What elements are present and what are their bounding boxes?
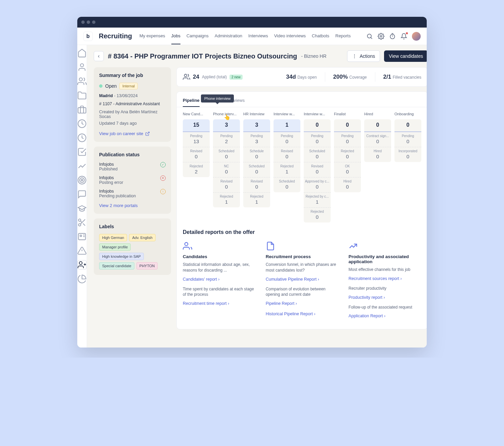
labels-card: Labels High GermanAdv. EnglishManager pr… [94,218,171,275]
job-status: Open [105,83,117,89]
pie-icon[interactable] [77,274,87,284]
more-portals-link[interactable]: View 2 more portals [99,203,138,208]
folder-icon[interactable] [77,91,87,100]
clock-icon[interactable] [77,133,87,143]
svg-point-6 [80,64,83,67]
bell-icon[interactable] [401,33,407,40]
report-desc: Most effective channels for this job [348,267,421,273]
summary-title: Summary of the job [99,73,166,78]
traffic-light-dot [92,21,95,24]
column-total[interactable]: 3 [213,119,240,132]
column-header: Interview w... [304,112,331,117]
column-total[interactable]: 0 [394,119,421,132]
user-icon[interactable] [77,63,87,72]
label-chip[interactable]: High German [99,234,127,241]
back-button[interactable]: ‹ [94,51,104,61]
report-link[interactable]: Productivity report › [348,295,385,300]
report-link[interactable]: Cumulative Pipeline Report › [266,277,319,282]
pipeline-column: Finalist0Pending0Rejected0OK0Hired0 [334,112,361,222]
portal-name: Infojobs [99,189,136,194]
nav-item-interviews[interactable]: Interviews [248,28,268,44]
column-total[interactable]: 1 [274,119,300,132]
report-link[interactable]: Pipeline Report › [266,301,297,306]
applied-label: Applied (total) [202,75,227,79]
alert-icon[interactable] [77,246,87,255]
nav-item-video-interviews[interactable]: Video interviews [274,28,306,44]
career-site-link[interactable]: View job on career site [99,131,150,136]
status-err-icon: ✕ [160,175,166,181]
timer-icon[interactable] [389,33,396,40]
id-icon[interactable] [77,232,87,241]
report-link[interactable]: Recruitment time report › [183,301,229,306]
created-by: Created by Ana Belén Martínez Socas [99,110,166,119]
label-chip[interactable]: Manager profile [99,243,131,251]
publication-card: Publication status InfojobsPublished✓Inf… [94,147,171,214]
tab-pipeline[interactable]: Pipeline [183,96,200,107]
brand-logo: b [83,32,93,41]
users-icon[interactable] [77,77,87,86]
stats-bar: 24 Applied (total) 2 new 34d Days open 2… [176,67,427,87]
portal-status: Pending publication [99,194,136,198]
report-icon [266,241,275,251]
report-icon [348,241,358,251]
nav-item-reports[interactable]: Reports [335,28,351,44]
chart-icon[interactable] [77,161,87,171]
check-square-icon[interactable] [77,147,87,157]
portal-status: Posting error [99,180,123,185]
avatar[interactable] [412,32,421,41]
report-link[interactable]: Historical Pipeline Report › [266,312,316,316]
column-total[interactable]: 0 [334,119,361,132]
pipeline-column: Interview w...0Pending0Scheduled0Revised… [304,112,331,222]
user-plus-icon[interactable] [77,260,87,270]
gear-icon[interactable] [378,33,384,40]
nav-item-campaigns[interactable]: Campaigns [186,28,209,44]
portal-name: Infojobs [99,175,123,180]
report-desc: Statistical information about age, sex, … [183,262,256,273]
pipeline-column: Phone interv...3Pending2Scheduled0NC0Rev… [213,112,240,222]
view-candidates-button[interactable]: View candidates [384,50,427,62]
svg-point-2 [380,35,382,37]
nav-item-administration[interactable]: Administration [215,28,242,44]
label-chip[interactable]: Adv. English [129,234,155,241]
pipeline-column: Hired0Contract sign...0Hired0 [364,112,391,222]
graduation-icon[interactable] [77,204,87,213]
column-header: Phone interv... [213,112,240,117]
report-col-title: Productivity and associated application [348,254,421,264]
report-col-title: Candidates [183,254,256,259]
pipeline-card: Phone interview PipelineDetailsInterview… [176,91,427,329]
report-desc: Time spent by candidates at each stage o… [183,286,256,298]
nav-item-chatbots[interactable]: Chatbots [312,28,329,44]
report-link[interactable]: Application Report › [348,314,385,318]
label-chip[interactable]: High knowledge in SAP [99,253,144,260]
reports-title: Detailed reports on the offer [183,229,421,235]
pipeline-column: Onboarding0Pending0Incorporated0 [394,112,421,222]
people-icon [183,73,190,81]
traffic-light-dot [87,21,90,24]
column-header: HR Interview [243,112,270,117]
reference-job: # 1107 - Administrative Assistant [99,102,166,106]
label-chip[interactable]: PHYTON [136,262,158,270]
status-pend-icon: ! [160,189,166,194]
home-icon[interactable] [77,48,87,58]
pipeline-column: Interview w...1Pending0Revised0Rejected1… [274,112,300,222]
target-icon[interactable] [77,175,87,185]
message-icon[interactable] [77,190,87,199]
clock-icon[interactable] [77,119,87,128]
new-badge: 2 new [229,75,243,80]
report-link[interactable]: Recruitment sources report › [348,276,402,281]
nav-item-my-expenses[interactable]: My expenses [139,28,165,44]
svg-point-20 [80,235,82,237]
label-chip[interactable]: Special candidate [99,262,134,270]
column-total[interactable]: 3 [243,119,270,132]
pipeline-column: New Cand...15Pending13Revised0Rejected2 [183,112,210,222]
nav-item-jobs[interactable]: Jobs [171,28,180,44]
column-total[interactable]: 15 [183,119,210,132]
column-total[interactable]: 0 [364,119,391,132]
briefcase-icon[interactable] [77,105,87,114]
scissors-icon[interactable] [77,218,87,227]
actions-button[interactable]: ⋮Actions [347,50,380,62]
report-link[interactable]: Candidates' report › [183,277,219,282]
column-total[interactable]: 0 [304,119,331,132]
search-icon[interactable] [366,33,373,40]
svg-point-14 [79,219,81,221]
